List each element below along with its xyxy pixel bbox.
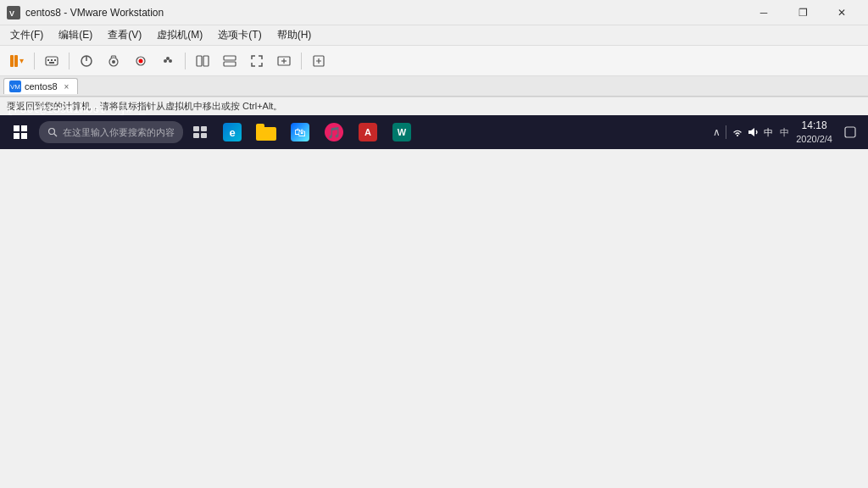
message-button[interactable] (156, 49, 180, 73)
tab-bar: VM centos8 × (0, 76, 868, 97)
task-view-button[interactable] (186, 119, 214, 146)
taskbar: 在这里输入你要搜索的内容 e 🛍 🎵 A W ∧ (0, 115, 868, 149)
taskbar-tray: ∧ 中 中 14:18 2020/2/4 (713, 119, 863, 145)
vm-tab-icon: VM (9, 80, 21, 92)
toolbar-separator-3 (185, 53, 186, 69)
task-view-icon (193, 126, 207, 138)
svg-rect-6 (49, 62, 54, 64)
ime-mode-icon: 中 (778, 126, 791, 139)
tab-label: centos8 (25, 81, 58, 92)
taskbar-app-red[interactable]: A (353, 117, 383, 147)
tray-date: 2020/2/4 (796, 133, 832, 145)
svg-rect-4 (51, 59, 53, 61)
svg-point-13 (164, 59, 167, 63)
start-button[interactable] (5, 117, 36, 147)
toolbar-separator-1 (34, 53, 35, 69)
app-red-icon: A (359, 123, 377, 141)
vmware-icon: V (7, 6, 20, 19)
folder-icon (256, 124, 276, 141)
store-icon: 🛍 (291, 123, 309, 141)
svg-rect-26 (193, 126, 199, 131)
taskbar-app-music[interactable]: 🎵 (319, 117, 349, 147)
svg-rect-27 (201, 126, 207, 131)
notification-icon (844, 126, 856, 138)
menu-vm[interactable]: 虚拟机(M) (150, 26, 209, 44)
svg-point-24 (49, 129, 55, 135)
menu-edit[interactable]: 编辑(E) (52, 26, 99, 44)
taskbar-app-edge[interactable]: e (217, 117, 248, 147)
search-placeholder: 在这里输入你要搜索的内容 (63, 126, 175, 139)
menu-bar: 文件(F) 编辑(E) 查看(V) 虚拟机(M) 选项卡(T) 帮助(H) (0, 25, 868, 46)
vm-tab-centos8[interactable]: VM centos8 × (3, 78, 78, 94)
split-h-button[interactable] (218, 49, 242, 73)
svg-rect-16 (197, 56, 202, 66)
svg-rect-29 (201, 133, 207, 138)
svg-rect-18 (224, 56, 236, 60)
toolbar-separator-2 (69, 53, 70, 69)
menu-help[interactable]: 帮助(H) (270, 26, 319, 44)
svg-point-10 (112, 60, 115, 64)
snapshot-button[interactable] (102, 49, 125, 73)
terminal-prompt: [root@localhost ~]# _ (7, 103, 146, 116)
network-icon[interactable] (732, 126, 743, 138)
close-button[interactable]: ✕ (822, 0, 861, 25)
menu-view[interactable]: 查看(V) (101, 26, 148, 44)
fit-button[interactable] (307, 49, 331, 73)
tray-expand-icon[interactable]: ∧ (713, 126, 721, 138)
stretch-button[interactable] (272, 49, 296, 73)
windows-logo-icon (14, 125, 27, 139)
menu-file[interactable]: 文件(F) (3, 26, 50, 44)
split-view-button[interactable] (191, 49, 214, 73)
window-title: centos8 - VMware Workstation (25, 7, 164, 19)
taskbar-app-folder[interactable] (251, 117, 281, 147)
search-icon (47, 127, 58, 137)
svg-rect-17 (203, 56, 209, 66)
ime-cn-icon[interactable]: 中 (762, 126, 775, 139)
tray-time: 14:18 (796, 119, 832, 133)
svg-rect-19 (224, 62, 236, 66)
search-box[interactable]: 在这里输入你要搜索的内容 (39, 121, 183, 143)
window-controls: ─ ❐ ✕ (744, 0, 861, 25)
svg-text:V: V (9, 9, 14, 18)
tray-icons: ∧ 中 中 (713, 125, 791, 139)
fullscreen-button[interactable] (245, 49, 269, 73)
title-bar-left: V centos8 - VMware Workstation (7, 6, 164, 19)
taskbar-app-store[interactable]: 🛍 (285, 117, 315, 147)
taskbar-app-teal[interactable]: W (387, 117, 417, 147)
title-bar: V centos8 - VMware Workstation ─ ❐ ✕ (0, 0, 868, 25)
app-teal-icon: W (392, 123, 411, 141)
minimize-button[interactable]: ─ (744, 0, 783, 25)
volume-icon[interactable] (747, 126, 759, 138)
notification-center-button[interactable] (837, 119, 863, 145)
svg-rect-31 (845, 127, 855, 137)
svg-point-14 (166, 57, 170, 60)
tray-separator (726, 125, 726, 139)
svg-point-15 (169, 59, 172, 63)
edge-icon: e (223, 123, 242, 141)
record-button[interactable] (129, 49, 153, 73)
svg-line-25 (54, 134, 57, 136)
svg-rect-28 (193, 133, 199, 138)
toolbar-separator-4 (301, 53, 302, 69)
menu-tabs[interactable]: 选项卡(T) (211, 26, 268, 44)
restore-button[interactable]: ❐ (783, 0, 822, 25)
tray-clock[interactable]: 14:18 2020/2/4 (796, 119, 832, 145)
pause-icon (10, 55, 18, 67)
pause-button[interactable]: ▾ (5, 49, 29, 73)
music-icon: 🎵 (325, 123, 343, 141)
svg-point-12 (139, 58, 143, 63)
pause-dropdown-icon: ▾ (19, 56, 24, 65)
svg-rect-3 (47, 59, 49, 61)
svg-marker-30 (748, 128, 754, 136)
send-key-button[interactable] (40, 49, 64, 73)
tab-close-button[interactable]: × (64, 82, 70, 92)
svg-rect-5 (54, 59, 56, 61)
power-button[interactable] (75, 49, 98, 73)
toolbar: ▾ (0, 46, 868, 76)
